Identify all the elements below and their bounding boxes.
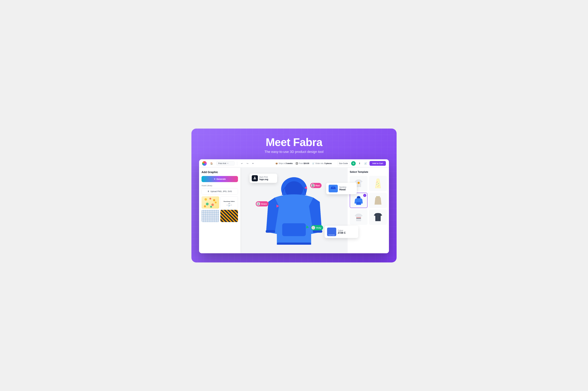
colour-tooltip: PANTONE Colour 2726 C [325,226,358,238]
generate-label: Generate [217,178,226,180]
svg-point-20 [312,184,313,186]
hero-subtitle: The easy-to-use 3D product design tool [199,150,389,154]
sparkle-icon: ✦ [214,178,216,180]
svg-point-21 [313,226,314,228]
svg-rect-32 [376,196,380,197]
user-avatar[interactable]: G [351,161,356,166]
ravi-badge: Ravi [310,183,322,188]
price-info: 🔲 From $24.00 [296,162,309,165]
cart-button[interactable]: 🛒 [363,161,368,166]
hoodie-template-icon [354,196,364,205]
panel-title: Add Graphic [202,171,238,174]
jacket-icon [373,212,383,222]
tshirt2-icon [354,213,363,221]
svg-point-4 [212,203,214,206]
upload-icon: ⬆ [208,190,209,193]
skirt-icon [374,196,382,205]
svg-point-3 [206,203,209,205]
asset-plaid[interactable] [202,210,219,222]
vicky-badge: Vicky [311,225,323,230]
template-hoodie[interactable]: ✓ [350,193,367,208]
svg-rect-31 [356,202,361,204]
add-to-cart-button[interactable]: Add to Cart [369,161,386,166]
svg-rect-15 [277,243,311,245]
svg-point-19 [258,203,259,204]
template-skirt[interactable] [369,193,387,208]
toolbar-info: 📦 Ships in 3 weeks 🔲 From $24.00 🛒 Order… [275,162,332,165]
grace-badge: Grace [256,201,269,206]
svg-point-28 [376,183,376,183]
svg-point-27 [378,186,378,187]
generate-button[interactable]: ✦ Generate [202,176,238,182]
hoodie-container: Back Print logo.svg Ne [262,171,326,250]
svg-point-24 [378,183,379,184]
order-value: 5 pieces [325,162,332,165]
back-print-text: Back Print logo.svg [259,176,268,181]
product-selector[interactable]: Polo Knit ▼ [216,161,235,165]
svg-text:Beauchamp Athletic: Beauchamp Athletic [224,201,235,202]
neckline-icon [329,185,338,192]
colour-info: Colour 2726 C [338,229,346,234]
svg-point-36 [378,215,378,216]
svg-text:🏸: 🏸 [228,205,230,207]
back-print-icon [252,175,258,181]
svg-point-37 [378,217,378,217]
template-jacket[interactable] [369,209,387,225]
svg-point-38 [378,218,378,219]
shipping-icon: 📦 [275,162,278,165]
toolbar-right: Size Guide G ⬆ 🛒 Add to Cart [337,161,386,166]
loading-button[interactable]: ✦ [251,161,255,166]
shipping-value: 3 weeks [286,162,293,165]
hero-section: Meet Fabra The easy-to-use 3D product de… [199,136,389,154]
neckline-label-text: Neckline [339,186,346,188]
toolbar-actions: ↩ ↪ ✦ [240,161,255,166]
grace-avatar [256,202,260,206]
fabra-logo-icon [202,161,207,166]
asset-library-label: Asset Library [202,185,238,187]
svg-rect-14 [282,223,306,236]
order-icon: 🛒 [312,162,315,165]
back-print-filename: logo.svg [259,178,268,181]
asset-grid: Beauchamp Athletic club of Upham, MI 🏸 [202,196,238,222]
svg-text:club: club [228,203,230,204]
undo-button[interactable]: ↩ [240,161,244,166]
upload-area[interactable]: ⬆ Upload PNG, JPG, SVG [202,188,238,195]
home-button[interactable]: 🏠 [209,161,214,166]
redo-button[interactable]: ↪ [245,161,250,166]
svg-point-5 [215,201,217,203]
svg-point-2 [213,199,215,201]
svg-point-23 [377,182,378,182]
svg-rect-17 [313,230,322,233]
ravi-name: Ravi [316,185,320,187]
add-graphic-panel: Add Graphic ✦ Generate Asset Library ⬆ U… [199,168,240,253]
toolbar-divider-1 [237,162,237,165]
vicky-name: Vicky [316,227,321,229]
svg-point-0 [205,198,207,201]
colour-value: 2726 C [338,232,346,234]
share-button[interactable]: ⬆ [357,161,362,166]
size-guide-button[interactable]: Size Guide [337,161,350,165]
product-name: Polo Knit [218,162,226,165]
svg-point-7 [210,206,212,208]
vicky-avatar [311,226,315,230]
template-panel-title: Select Template [350,171,387,173]
asset-food-pattern[interactable] [202,196,219,208]
upload-label: Upload PNG, JPG, SVG [210,190,232,193]
asset-athletic[interactable]: Beauchamp Athletic club of Upham, MI 🏸 [220,196,238,208]
template-panel: Select Template [348,168,389,253]
template-tshirt2[interactable] [350,209,367,225]
neckline-text: Neckline Hood [339,186,346,191]
neckline-value: Hood [339,188,346,191]
outer-card: Meet Fabra The easy-to-use 3D product de… [191,129,397,262]
toolbar: 🏠 Polo Knit ▼ ↩ ↪ ✦ 📦 Ships in 3 weeks 🔲… [199,159,389,168]
order-min-info: 🛒 Order min. 5 pieces [312,162,332,165]
svg-point-1 [210,198,211,199]
pantone-swatch: PANTONE [327,228,336,236]
back-print-location: Back Print [259,176,268,178]
app-window: 🏠 Polo Knit ▼ ↩ ↪ ✦ 📦 Ships in 3 weeks 🔲… [199,159,389,253]
asset-geo-pattern[interactable] [220,210,238,222]
template-dress[interactable] [369,176,387,191]
svg-rect-16 [266,230,275,233]
svg-point-18 [332,186,335,188]
svg-point-22 [357,182,360,184]
